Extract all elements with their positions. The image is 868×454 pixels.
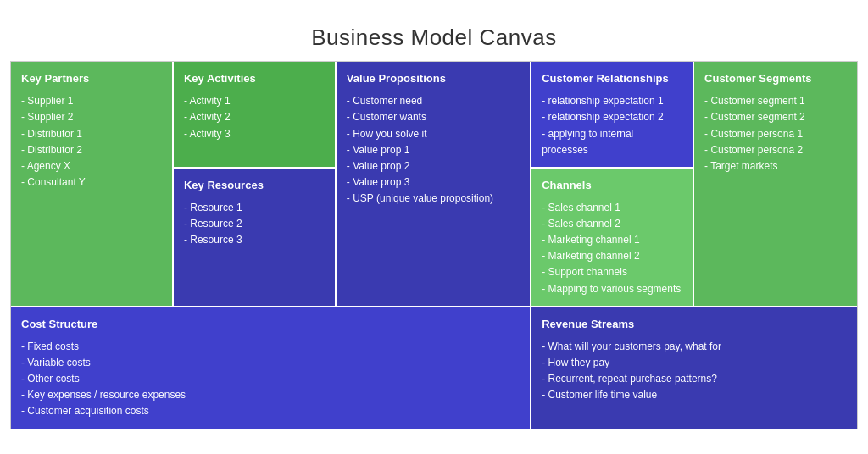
list-item: Activity 1 [184,93,325,109]
revenue-streams-title: Revenue Streams [542,316,847,334]
value-propositions-cell: Value Propositions Customer need Custome… [337,62,531,307]
list-item: Marketing channel 2 [542,248,682,264]
list-item: Consultant Y [21,174,162,191]
list-item: Key expenses / resource expenses [21,387,520,403]
key-resources-cell: Key Resources Resource 1 Resource 2 Reso… [174,169,337,307]
list-item: Value prop 2 [347,158,520,174]
key-partners-title: Key Partners [21,70,162,88]
channels-cell: Channels Sales channel 1 Sales channel 2… [531,169,694,307]
list-item: Distributor 1 [21,126,162,142]
cost-structure-list: Fixed costs Variable costs Other costs K… [21,339,520,420]
list-item: How you solve it [347,126,520,142]
list-item: Resource 2 [184,216,325,232]
list-item: relationship expectation 1 [542,93,682,109]
list-item: Variable costs [21,355,520,371]
customer-segments-cell: Customer Segments Customer segment 1 Cus… [694,62,857,307]
list-item: Marketing channel 1 [542,232,682,248]
cost-structure-cell: Cost Structure Fixed costs Variable cost… [11,307,531,429]
list-item: What will your customers pay, what for [542,339,847,355]
list-item: Value prop 3 [347,174,520,191]
list-item: Customer segment 2 [704,109,847,125]
customer-relationships-list: relationship expectation 1 relationship … [542,93,682,158]
customer-segments-title: Customer Segments [704,70,847,88]
list-item: Activity 2 [184,109,325,125]
key-partners-list: Supplier 1 Supplier 2 Distributor 1 Dist… [21,93,162,191]
list-item: applying to internal processes [542,126,682,158]
list-item: Target markets [704,158,847,174]
list-item: Resource 3 [184,232,325,248]
list-item: Sales channel 2 [542,216,682,232]
key-activities-cell: Key Activities Activity 1 Activity 2 Act… [174,62,337,169]
list-item: Resource 1 [184,200,325,216]
key-resources-list: Resource 1 Resource 2 Resource 3 [184,200,325,249]
customer-segments-list: Customer segment 1 Customer segment 2 Cu… [704,93,847,174]
customer-relationships-cell: Customer Relationships relationship expe… [531,62,694,169]
list-item: Support channels [542,264,682,280]
list-item: Mapping to various segments [542,281,682,297]
key-resources-title: Key Resources [184,177,325,195]
list-item: USP (unique value proposition) [347,191,520,207]
page-wrapper: Business Model Canvas Key Partners Suppl… [10,25,858,429]
list-item: Customer life time value [542,387,847,403]
key-activities-title: Key Activities [184,70,325,88]
cost-structure-title: Cost Structure [21,316,520,334]
channels-title: Channels [542,177,682,195]
revenue-streams-cell: Revenue Streams What will your customers… [531,307,857,429]
value-propositions-title: Value Propositions [347,70,520,88]
customer-relationships-title: Customer Relationships [542,70,682,88]
list-item: Distributor 2 [21,142,162,158]
list-item: Recurrent, repeat purchase patterns? [542,371,847,387]
list-item: Customer wants [347,109,520,125]
value-propositions-list: Customer need Customer wants How you sol… [347,93,520,207]
key-partners-cell: Key Partners Supplier 1 Supplier 2 Distr… [11,62,174,307]
list-item: Customer persona 2 [704,142,847,158]
list-item: Supplier 2 [21,109,162,125]
list-item: relationship expectation 2 [542,109,682,125]
list-item: Customer segment 1 [704,93,847,109]
list-item: How they pay [542,355,847,371]
channels-list: Sales channel 1 Sales channel 2 Marketin… [542,200,682,297]
list-item: Supplier 1 [21,93,162,109]
list-item: Fixed costs [21,339,520,355]
list-item: Activity 3 [184,126,325,142]
list-item: Customer acquisition costs [21,403,520,419]
page-title: Business Model Canvas [10,25,858,51]
list-item: Other costs [21,371,520,387]
canvas-grid: Key Partners Supplier 1 Supplier 2 Distr… [10,61,858,429]
key-activities-list: Activity 1 Activity 2 Activity 3 [184,93,325,142]
revenue-streams-list: What will your customers pay, what for H… [542,339,847,404]
list-item: Customer persona 1 [704,126,847,142]
list-item: Customer need [347,93,520,109]
list-item: Value prop 1 [347,142,520,158]
list-item: Agency X [21,158,162,174]
list-item: Sales channel 1 [542,200,682,216]
